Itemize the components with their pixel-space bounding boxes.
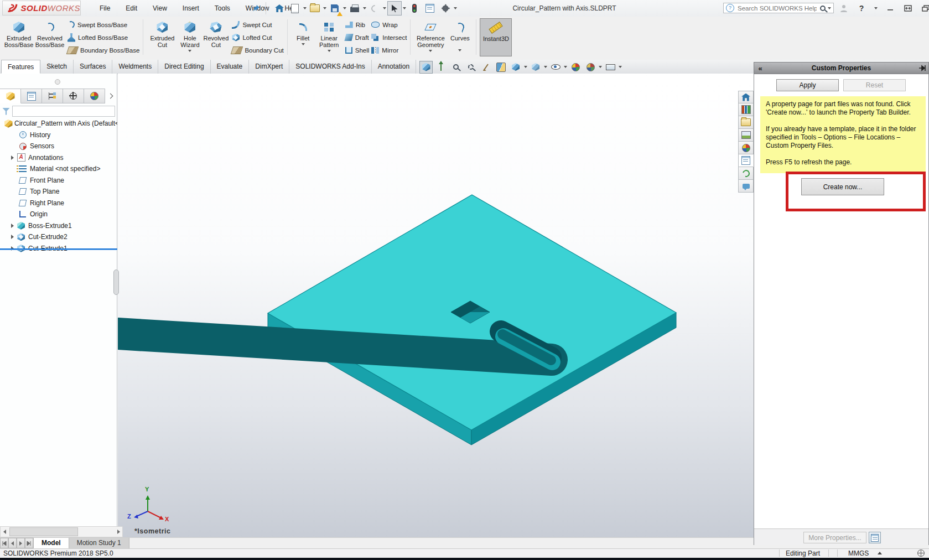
search-icon[interactable]: [820, 6, 826, 11]
tree-item-cut-extrude2[interactable]: Cut-Extrude2: [0, 231, 117, 243]
lofted-cut-button[interactable]: Lofted Cut: [232, 31, 283, 44]
open-document-icon[interactable]: [308, 1, 322, 15]
apply-scene-icon[interactable]: [584, 61, 597, 74]
panel-splitter-handle[interactable]: [113, 269, 119, 295]
scrollbar-thumb[interactable]: [9, 527, 78, 536]
apply-scene-dropdown-icon[interactable]: [599, 66, 602, 68]
fillet-button[interactable]: Fillet: [291, 18, 315, 45]
shell-button[interactable]: Shell: [345, 44, 370, 56]
pin-menu-icon[interactable]: [252, 4, 261, 13]
first-tab-icon[interactable]: [0, 538, 8, 548]
pan-icon[interactable]: [434, 61, 448, 74]
fillet-dropdown-icon[interactable]: [302, 43, 305, 45]
tree-item-top-plane[interactable]: Top Plane: [0, 186, 117, 198]
tree-item-sensors[interactable]: Sensors: [0, 141, 117, 152]
expand-arrow-icon[interactable]: [11, 235, 14, 239]
swept-cut-button[interactable]: Swept Cut: [232, 18, 283, 31]
tree-item-front-plane[interactable]: Front Plane: [0, 175, 117, 186]
tree-horizontal-scrollbar[interactable]: [0, 526, 123, 537]
create-now-button[interactable]: Create now...: [801, 178, 884, 195]
save-icon[interactable]: [328, 1, 342, 15]
scroll-right-icon[interactable]: [115, 527, 122, 537]
solidworks-resources-tab[interactable]: [738, 91, 754, 103]
reset-button[interactable]: Reset: [843, 79, 906, 91]
expand-arrow-icon[interactable]: [11, 155, 14, 160]
swept-boss-base-button[interactable]: Swept Boss/Base: [68, 18, 139, 31]
design-library-tab[interactable]: [738, 103, 754, 116]
filter-icon[interactable]: [2, 108, 10, 115]
apply-button[interactable]: Apply: [776, 79, 839, 91]
hole-wizard-dropdown-icon[interactable]: [188, 50, 191, 52]
tree-item-annotations[interactable]: Annotations: [0, 152, 117, 164]
featuremanager-design-tree-tab[interactable]: [0, 89, 21, 103]
displaymanager-tab[interactable]: [84, 89, 105, 103]
tab-dimxpert[interactable]: DimXpert: [249, 60, 289, 74]
help-icon[interactable]: [857, 3, 866, 13]
tree-item-history[interactable]: History: [0, 129, 117, 141]
panel-resize-handle[interactable]: [55, 79, 60, 85]
filter-input[interactable]: [12, 106, 115, 117]
file-explorer-tab[interactable]: [738, 116, 754, 129]
mirror-button[interactable]: Mirror: [371, 44, 407, 56]
tree-item-material[interactable]: Material <not specified>: [0, 163, 117, 175]
menu-tools[interactable]: Tools: [208, 2, 237, 14]
new-document-icon[interactable]: [288, 1, 302, 15]
tab-solidworks-add-ins[interactable]: SOLIDWORKS Add-Ins: [289, 60, 371, 74]
tree-item-right-plane[interactable]: Right Plane: [0, 198, 117, 209]
motion-study-tab[interactable]: Motion Study 1: [69, 538, 129, 548]
extruded-boss-base-button[interactable]: Extruded Boss/Base: [3, 18, 34, 48]
custom-properties-tab[interactable]: [738, 154, 754, 167]
revolved-cut-button[interactable]: Revolved Cut: [202, 18, 230, 48]
boundary-boss-base-button[interactable]: Boundary Boss/Base: [68, 44, 139, 56]
status-units[interactable]: MMGS: [848, 549, 869, 557]
propertymanager-tab[interactable]: [21, 89, 42, 103]
zoom-to-fit-icon[interactable]: [419, 61, 433, 74]
instant3d-button[interactable]: Instant3D: [480, 18, 512, 56]
zoom-to-area-icon[interactable]: [449, 61, 463, 74]
display-style-icon[interactable]: [529, 61, 542, 74]
configurationmanager-tab[interactable]: [42, 89, 63, 103]
options-gear-icon[interactable]: [438, 1, 453, 15]
linear-pattern-dropdown-icon[interactable]: [328, 50, 331, 52]
rollback-bar[interactable]: [0, 248, 117, 250]
reference-geometry-dropdown-icon[interactable]: [429, 50, 432, 52]
tab-annotation[interactable]: Annotation: [372, 60, 416, 74]
boundary-cut-button[interactable]: Boundary Cut: [232, 44, 283, 56]
draft-button[interactable]: Draft: [345, 31, 370, 44]
dimxpertmanager-tab[interactable]: [63, 89, 84, 103]
view-palette-tab[interactable]: [738, 129, 754, 142]
model-tab[interactable]: Model: [33, 538, 69, 548]
graphics-viewport[interactable]: Y X Z *Isometric: [118, 74, 754, 538]
lofted-boss-base-button[interactable]: Lofted Boss/Base: [68, 31, 139, 44]
revolved-boss-base-button[interactable]: Revolved Boss/Base: [34, 18, 65, 48]
view-settings-icon[interactable]: [604, 61, 617, 74]
next-tab-icon[interactable]: [17, 538, 25, 548]
minimize-icon[interactable]: [885, 3, 895, 13]
more-properties-button[interactable]: More Properties...: [803, 532, 866, 543]
document-recovery-tab[interactable]: [738, 167, 754, 180]
view-orientation-icon[interactable]: [509, 61, 522, 74]
magnified-selection-icon[interactable]: [464, 61, 478, 74]
menu-edit[interactable]: Edit: [119, 2, 144, 14]
menu-view[interactable]: View: [146, 2, 174, 14]
appearances-scenes-tab[interactable]: [738, 142, 754, 154]
help-dropdown-icon[interactable]: [874, 7, 878, 9]
display-settings-icon[interactable]: [423, 1, 437, 15]
tags-globe-icon[interactable]: [917, 549, 925, 557]
curves-dropdown-icon[interactable]: [458, 49, 461, 51]
tab-sketch[interactable]: Sketch: [40, 60, 74, 74]
solidworks-forum-tab[interactable]: [738, 180, 754, 193]
hole-wizard-button[interactable]: Hole Wizard: [178, 18, 202, 52]
tab-features[interactable]: Features: [1, 60, 40, 74]
search-dropdown-icon[interactable]: [828, 7, 831, 9]
hide-show-dropdown-icon[interactable]: [564, 66, 567, 68]
tab-direct-editing[interactable]: Direct Editing: [158, 60, 210, 74]
section-view-icon[interactable]: [494, 61, 507, 74]
part-3d-model[interactable]: [118, 74, 754, 538]
login-user-icon[interactable]: [839, 3, 849, 13]
edit-appearance-icon[interactable]: [569, 61, 582, 74]
scroll-left-icon[interactable]: [1, 527, 8, 537]
expand-arrow-icon[interactable]: [11, 224, 14, 228]
tree-root-part[interactable]: Circular_Pattern with Axis (Default<<I: [0, 118, 117, 129]
previous-tab-icon[interactable]: [8, 538, 17, 548]
